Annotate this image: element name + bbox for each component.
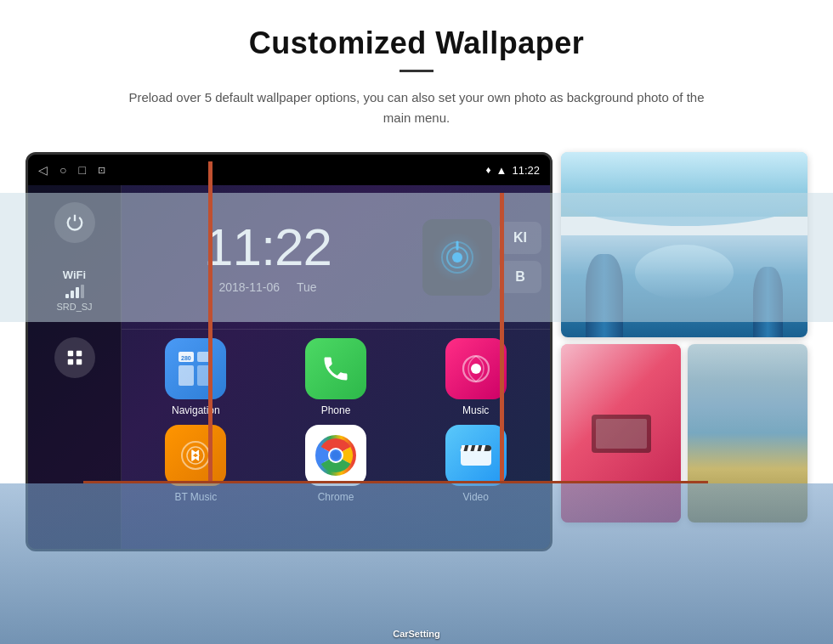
svg-point-16 xyxy=(187,447,204,464)
location-icon: ♦ xyxy=(485,164,490,176)
content-area: ◁ ○ □ ⊡ ♦ ▲ 11:22 xyxy=(0,152,833,551)
screenshot-nav-icon[interactable]: ⊡ xyxy=(98,165,105,176)
svg-rect-1 xyxy=(76,351,81,356)
svg-rect-0 xyxy=(67,351,72,356)
video-icon xyxy=(445,425,507,486)
title-divider xyxy=(400,70,434,72)
video-svg xyxy=(457,437,495,474)
music-icon xyxy=(445,338,507,399)
svg-rect-10 xyxy=(178,365,194,386)
music-svg xyxy=(461,353,491,384)
svg-point-15 xyxy=(182,442,209,469)
status-bar-right: ♦ ▲ 11:22 xyxy=(485,164,540,177)
svg-text:280: 280 xyxy=(181,355,191,361)
bridge-water xyxy=(688,483,808,523)
svg-rect-2 xyxy=(67,359,72,364)
device-silhouette xyxy=(592,415,651,453)
music-label: Music xyxy=(462,404,489,416)
phone-label: Phone xyxy=(321,404,351,416)
apps-grid-button[interactable] xyxy=(54,337,95,378)
apps-grid: 280 Navigation xyxy=(130,338,541,503)
svg-point-14 xyxy=(471,364,481,374)
phone-svg xyxy=(320,353,351,384)
wallpapers-column: CarSetting xyxy=(561,152,808,523)
back-nav-icon[interactable]: ◁ xyxy=(38,163,48,177)
page-container: Customized Wallpaper Preload over 5 defa… xyxy=(0,0,833,644)
status-bar-left: ◁ ○ □ ⊡ xyxy=(38,163,105,177)
app-music[interactable]: Music xyxy=(410,338,541,416)
navigation-icon: 280 xyxy=(165,338,226,399)
recents-nav-icon[interactable]: □ xyxy=(78,163,85,177)
bt-music-icon xyxy=(165,425,226,486)
chrome-icon xyxy=(305,425,366,486)
page-subtitle: Preload over 5 default wallpaper options… xyxy=(128,88,706,128)
app-phone[interactable]: Phone xyxy=(270,338,402,416)
chrome-svg xyxy=(314,433,358,477)
wallpaper-thumb-bridge[interactable]: CarSetting xyxy=(688,344,808,523)
wallpaper-second-row: CarSetting xyxy=(561,344,808,523)
phone-icon xyxy=(305,338,366,399)
status-bar: ◁ ○ □ ⊡ ♦ ▲ 11:22 xyxy=(28,155,550,185)
screen-silhouette xyxy=(596,419,647,449)
svg-point-21 xyxy=(332,451,340,460)
home-nav-icon[interactable]: ○ xyxy=(60,163,66,177)
navigation-label: Navigation xyxy=(172,404,220,416)
page-title: Customized Wallpaper xyxy=(249,25,585,61)
app-navigation[interactable]: 280 Navigation xyxy=(130,338,262,416)
svg-rect-3 xyxy=(76,359,81,364)
status-time: 11:22 xyxy=(512,164,540,177)
wifi-icon: ▲ xyxy=(496,164,507,177)
